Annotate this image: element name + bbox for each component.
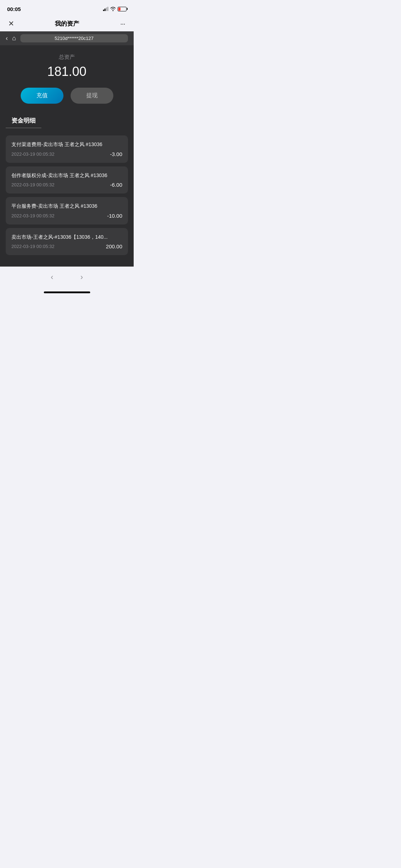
recharge-button[interactable]: 充值 (21, 88, 63, 104)
page-title: 我的资产 (55, 20, 79, 28)
transaction-card: 卖出市场-王者之风-#13036【13036，140...2022-03-19 … (6, 228, 128, 255)
transaction-card: 支付渠道费用-卖出市场 王者之风 #130362022-03-19 00:05:… (6, 135, 128, 163)
transaction-time: 2022-03-19 00:05:32 (11, 213, 55, 218)
nav-bar: ✕ 我的资产 ··· (0, 16, 134, 31)
wifi-icon (110, 7, 116, 11)
transaction-title: 平台服务费-卖出市场 王者之风 #13036 (11, 203, 122, 210)
section-title: 资金明细 (6, 111, 41, 128)
transaction-title: 支付渠道费用-卖出市场 王者之风 #13036 (11, 141, 122, 148)
transaction-time: 2022-03-19 00:05:32 (11, 151, 55, 157)
withdraw-button[interactable]: 提现 (71, 88, 113, 104)
transaction-amount: 200.00 (106, 243, 122, 249)
transaction-amount: -3.00 (110, 151, 122, 157)
browser-back-nav-button[interactable]: ‹ (48, 271, 56, 283)
transaction-footer: 2022-03-19 00:05:32-10.00 (11, 213, 122, 219)
transaction-amount: -6.00 (110, 182, 122, 188)
transaction-amount: -10.00 (107, 213, 122, 219)
close-button[interactable]: ✕ (6, 18, 16, 29)
total-asset-amount: 181.00 (7, 64, 127, 79)
transactions-list: 支付渠道费用-卖出市场 王者之风 #130362022-03-19 00:05:… (0, 131, 134, 259)
browser-back-button[interactable]: ‹ (6, 35, 8, 42)
battery-icon (118, 7, 127, 11)
browser-home-button[interactable]: ⌂ (12, 35, 16, 42)
transaction-time: 2022-03-19 00:05:32 (11, 244, 55, 249)
asset-header: 总资产 181.00 充值 提现 (0, 45, 134, 111)
transaction-footer: 2022-03-19 00:05:32-6.00 (11, 182, 122, 188)
transaction-footer: 2022-03-19 00:05:32-3.00 (11, 151, 122, 157)
transaction-card: 创作者版权分成-卖出市场 王者之风 #130362022-03-19 00:05… (6, 166, 128, 194)
more-button[interactable]: ··· (117, 18, 128, 29)
transaction-title: 创作者版权分成-卖出市场 王者之风 #13036 (11, 172, 122, 179)
browser-nav: ‹ ⌂ 5210d******20c127 (0, 31, 134, 45)
home-indicator (44, 291, 90, 293)
transaction-title: 卖出市场-王者之风-#13036【13036，140... (11, 234, 122, 241)
transaction-time: 2022-03-19 00:05:32 (11, 182, 55, 187)
main-content: 总资产 181.00 充值 提现 资金明细 支付渠道费用-卖出市场 王者之风 #… (0, 45, 134, 267)
signal-icon (103, 7, 108, 11)
browser-forward-nav-button[interactable]: › (78, 271, 86, 283)
bottom-wrapper: ‹ › (0, 267, 134, 296)
transaction-card: 平台服务费-卖出市场 王者之风 #130362022-03-19 00:05:3… (6, 197, 128, 224)
action-buttons: 充值 提现 (7, 88, 127, 104)
address-bar[interactable]: 5210d******20c127 (20, 34, 128, 42)
transaction-footer: 2022-03-19 00:05:32200.00 (11, 243, 122, 249)
status-icons (103, 7, 127, 11)
fund-detail-section: 资金明细 (0, 111, 134, 131)
status-bar: 00:05 (0, 0, 134, 16)
status-time: 00:05 (7, 6, 21, 12)
total-asset-label: 总资产 (7, 54, 127, 61)
